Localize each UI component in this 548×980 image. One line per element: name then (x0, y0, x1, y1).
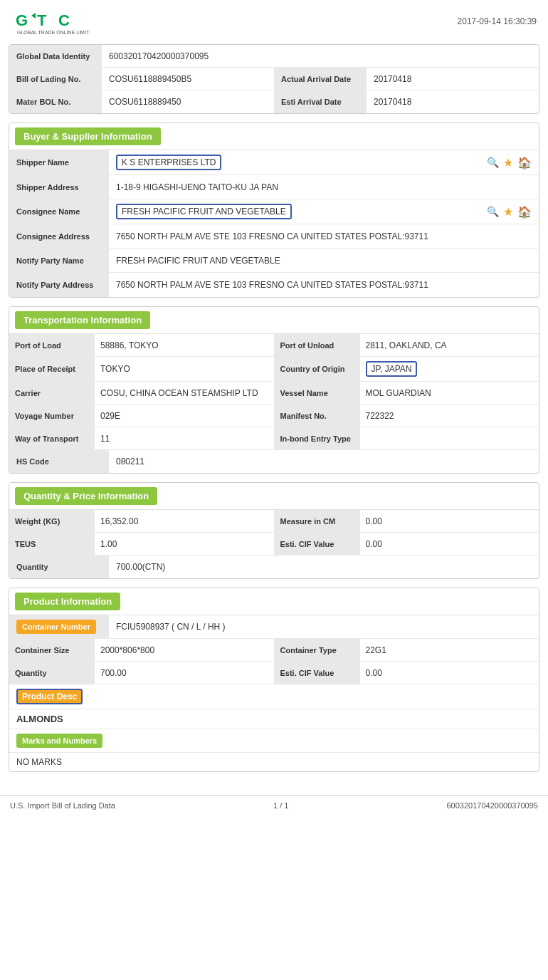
marks-value: NO MARKS (16, 757, 62, 767)
carrier-label: Carrier (9, 382, 95, 404)
transportation-section: Transportation Information Port of Load … (9, 306, 539, 474)
country-origin-value: JP, JAPAN (360, 357, 539, 381)
voyage-col: Voyage Number 029E (9, 405, 275, 427)
consignee-search-icon[interactable]: 🔍 (487, 206, 499, 217)
manifest-col: Manifest No. 722322 (275, 405, 539, 427)
transportation-title-row: Transportation Information (9, 307, 539, 334)
teus-value: 1.00 (95, 533, 274, 555)
product-esti-cif-col: Esti. CIF Value 0.00 (275, 662, 539, 684)
port-load-unload-row: Port of Load 58886, TOKYO Port of Unload… (9, 334, 539, 357)
port-load-col: Port of Load 58886, TOKYO (9, 334, 275, 356)
product-esti-cif-label: Esti. CIF Value (275, 662, 360, 684)
actual-arrival-date-label: Actual Arrival Date (274, 68, 367, 90)
way-transport-label: Way of Transport (9, 427, 95, 449)
country-origin-box: JP, JAPAN (366, 361, 418, 377)
shipper-address-value: 1-18-9 HIGASHI-UENO TAITO-KU JA PAN (109, 175, 539, 199)
logo-icon: G T C GLOBAL TRADE ONLINE LIMITED (11, 6, 90, 37)
consignee-name-row: Consignee Name FRESH PACIFIC FRUIT AND V… (9, 199, 539, 224)
port-load-label: Port of Load (9, 334, 95, 356)
home-icon[interactable]: 🏠 (517, 156, 532, 170)
timestamp: 2017-09-14 16:30:39 (458, 16, 537, 26)
shipper-name-box: K S ENTERPRISES LTD (116, 155, 221, 170)
esti-cif-label: Esti. CIF Value (275, 533, 360, 555)
consignee-icons: 🔍 ★ 🏠 (480, 199, 539, 224)
hs-code-row: HS Code 080211 (9, 450, 539, 473)
marks-label-row: Marks and Numbers (9, 729, 539, 753)
notify-party-address-label: Notify Party Address (9, 273, 109, 297)
product-desc-value-row: ALMONDS (9, 709, 539, 729)
way-inbond-row: Way of Transport 11 In-bond Entry Type (9, 427, 539, 450)
container-size-type-row: Container Size 2000*806*800 Container Ty… (9, 639, 539, 662)
buyer-supplier-title: Buyer & Supplier Information (15, 127, 161, 145)
weight-col: Weight (KG) 16,352.00 (9, 510, 275, 532)
notify-party-address-value: 7650 NORTH PALM AVE STE 103 FRESNO CA UN… (109, 273, 539, 297)
container-type-value: 22G1 (360, 639, 539, 661)
consignee-address-value: 7650 NORTH PALM AVE STE 103 FRESNO CA UN… (109, 224, 539, 248)
vessel-name-col: Vessel Name MOL GUARDIAN (275, 382, 539, 404)
port-unload-value: 2811, OAKLAND, CA (360, 334, 539, 356)
place-receipt-value: TOKYO (95, 357, 274, 381)
esti-arrival-pair: Esti Arrival Date 20170418 (274, 90, 539, 113)
manifest-no-label: Manifest No. (275, 405, 360, 427)
top-info-card: Global Data Identity 6003201704200003700… (9, 44, 539, 114)
measure-value: 0.00 (360, 510, 539, 532)
voyage-number-label: Voyage Number (9, 405, 95, 427)
notify-party-name-row: Notify Party Name FRESH PACIFIC FRUIT AN… (9, 249, 539, 273)
container-type-label: Container Type (275, 639, 360, 661)
transportation-title: Transportation Information (15, 311, 150, 329)
consignee-star-icon[interactable]: ★ (503, 205, 513, 219)
product-title-row: Product Information (9, 588, 539, 615)
star-icon[interactable]: ★ (503, 156, 513, 170)
shipper-address-row: Shipper Address 1-18-9 HIGASHI-UENO TAIT… (9, 175, 539, 199)
carrier-col: Carrier COSU, CHINA OCEAN STEAMSHIP LTD (9, 382, 275, 404)
notify-party-address-row: Notify Party Address 7650 NORTH PALM AVE… (9, 273, 539, 297)
way-transport-value: 11 (95, 427, 274, 449)
actual-arrival-pair: Actual Arrival Date 20170418 (274, 68, 539, 90)
quantity-price-title: Quantity & Price Information (15, 487, 157, 505)
product-section: Product Information Container Number FCI… (9, 588, 539, 772)
logo-area: G T C GLOBAL TRADE ONLINE LIMITED (11, 6, 90, 37)
manifest-no-value: 722322 (360, 405, 539, 427)
product-quantity-value: 700.00 (95, 662, 274, 684)
way-transport-col: Way of Transport 11 (9, 427, 275, 449)
product-title: Product Information (15, 593, 120, 610)
teus-label: TEUS (9, 533, 95, 555)
notify-party-name-value: FRESH PACIFIC FRUIT AND VEGETABLE (109, 249, 539, 272)
global-data-row: Global Data Identity 6003201704200003700… (9, 45, 539, 68)
product-desc-label-row: Product Desc (9, 684, 539, 709)
shipper-address-label: Shipper Address (9, 175, 109, 199)
search-icon[interactable]: 🔍 (487, 157, 499, 168)
measure-col: Measure in CM 0.00 (275, 510, 539, 532)
svg-text:GLOBAL TRADE  ONLINE LIMITED: GLOBAL TRADE ONLINE LIMITED (17, 30, 90, 35)
place-receipt-col: Place of Receipt TOKYO (9, 357, 275, 381)
teus-cif-row: TEUS 1.00 Esti. CIF Value 0.00 (9, 533, 539, 556)
place-receipt-country-row: Place of Receipt TOKYO Country of Origin… (9, 357, 539, 382)
port-unload-label: Port of Unload (275, 334, 360, 356)
quantity-price-title-row: Quantity & Price Information (9, 483, 539, 510)
product-quantity-label: Quantity (9, 662, 95, 684)
product-esti-cif-value: 0.00 (360, 662, 539, 684)
container-number-row: Container Number FCIU5908937 ( CN / L / … (9, 615, 539, 639)
teus-col: TEUS 1.00 (9, 533, 275, 555)
inbond-col: In-bond Entry Type (275, 427, 539, 449)
consignee-name-box: FRESH PACIFIC FRUIT AND VEGETABLE (116, 204, 292, 219)
actual-arrival-date-value: 20170418 (367, 68, 539, 90)
container-size-col: Container Size 2000*806*800 (9, 639, 275, 661)
inbond-label: In-bond Entry Type (275, 427, 360, 449)
voyage-number-value: 029E (95, 405, 274, 427)
esti-arrival-date-label: Esti Arrival Date (274, 90, 367, 113)
container-size-value: 2000*806*800 (95, 639, 274, 661)
quantity-price-section: Quantity & Price Information Weight (KG)… (9, 482, 539, 579)
shipper-name-value: K S ENTERPRISES LTD (109, 150, 480, 174)
shipper-icons: 🔍 ★ 🏠 (480, 150, 539, 174)
consignee-home-icon[interactable]: 🏠 (517, 205, 532, 219)
product-desc-value: ALMONDS (16, 714, 63, 724)
global-data-identity-value: 600320170420000370095 (102, 45, 539, 67)
shipper-name-row: Shipper Name K S ENTERPRISES LTD 🔍 ★ 🏠 (9, 150, 539, 175)
esti-cif-col: Esti. CIF Value 0.00 (275, 533, 539, 555)
product-quantity-cif-row: Quantity 700.00 Esti. CIF Value 0.00 (9, 662, 539, 684)
container-size-label: Container Size (9, 639, 95, 661)
footer-right: 600320170420000370095 (447, 801, 538, 810)
carrier-value: COSU, CHINA OCEAN STEAMSHIP LTD (95, 382, 274, 404)
esti-cif-value: 0.00 (360, 533, 539, 555)
